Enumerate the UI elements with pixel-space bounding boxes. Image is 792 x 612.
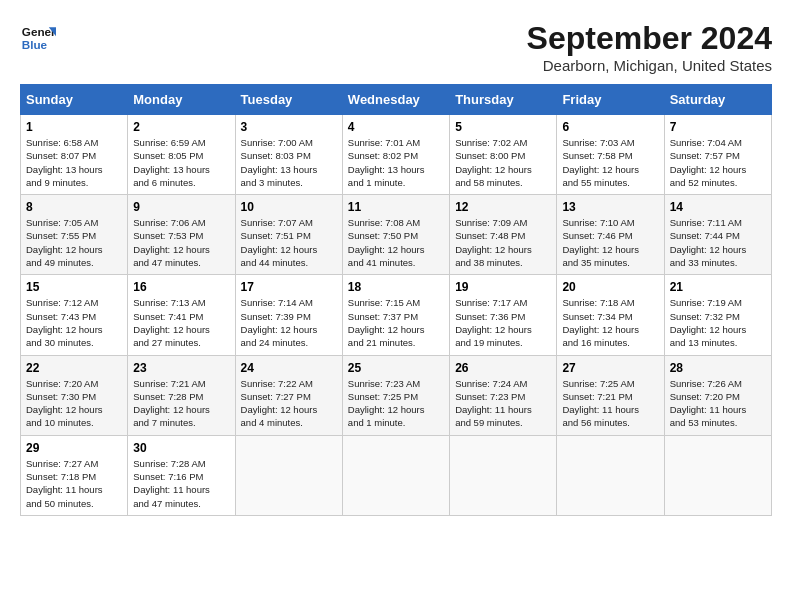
svg-text:General: General [22, 25, 56, 38]
day-number: 25 [348, 361, 444, 375]
column-header-monday: Monday [128, 85, 235, 115]
day-number: 23 [133, 361, 229, 375]
day-number: 14 [670, 200, 766, 214]
calendar-cell: 27Sunrise: 7:25 AM Sunset: 7:21 PM Dayli… [557, 355, 664, 435]
calendar-cell [342, 435, 449, 515]
calendar-cell: 22Sunrise: 7:20 AM Sunset: 7:30 PM Dayli… [21, 355, 128, 435]
day-info: Sunrise: 7:20 AM Sunset: 7:30 PM Dayligh… [26, 377, 122, 430]
day-info: Sunrise: 7:14 AM Sunset: 7:39 PM Dayligh… [241, 296, 337, 349]
day-number: 9 [133, 200, 229, 214]
calendar-cell: 24Sunrise: 7:22 AM Sunset: 7:27 PM Dayli… [235, 355, 342, 435]
calendar-cell: 29Sunrise: 7:27 AM Sunset: 7:18 PM Dayli… [21, 435, 128, 515]
logo: General Blue [20, 20, 56, 56]
day-number: 18 [348, 280, 444, 294]
day-info: Sunrise: 7:02 AM Sunset: 8:00 PM Dayligh… [455, 136, 551, 189]
page-header: General Blue September 2024 Dearborn, Mi… [20, 20, 772, 74]
calendar-cell: 9Sunrise: 7:06 AM Sunset: 7:53 PM Daylig… [128, 195, 235, 275]
day-number: 10 [241, 200, 337, 214]
day-number: 4 [348, 120, 444, 134]
calendar-table: SundayMondayTuesdayWednesdayThursdayFrid… [20, 84, 772, 516]
day-number: 2 [133, 120, 229, 134]
day-info: Sunrise: 7:10 AM Sunset: 7:46 PM Dayligh… [562, 216, 658, 269]
logo-icon: General Blue [20, 20, 56, 56]
day-number: 19 [455, 280, 551, 294]
day-number: 8 [26, 200, 122, 214]
day-info: Sunrise: 7:07 AM Sunset: 7:51 PM Dayligh… [241, 216, 337, 269]
calendar-title: September 2024 [527, 20, 772, 57]
calendar-week-row: 22Sunrise: 7:20 AM Sunset: 7:30 PM Dayli… [21, 355, 772, 435]
day-info: Sunrise: 7:00 AM Sunset: 8:03 PM Dayligh… [241, 136, 337, 189]
calendar-cell: 10Sunrise: 7:07 AM Sunset: 7:51 PM Dayli… [235, 195, 342, 275]
column-header-sunday: Sunday [21, 85, 128, 115]
day-info: Sunrise: 7:23 AM Sunset: 7:25 PM Dayligh… [348, 377, 444, 430]
calendar-cell: 5Sunrise: 7:02 AM Sunset: 8:00 PM Daylig… [450, 115, 557, 195]
day-info: Sunrise: 7:17 AM Sunset: 7:36 PM Dayligh… [455, 296, 551, 349]
day-info: Sunrise: 7:05 AM Sunset: 7:55 PM Dayligh… [26, 216, 122, 269]
calendar-cell [450, 435, 557, 515]
column-header-tuesday: Tuesday [235, 85, 342, 115]
calendar-cell: 4Sunrise: 7:01 AM Sunset: 8:02 PM Daylig… [342, 115, 449, 195]
day-info: Sunrise: 7:28 AM Sunset: 7:16 PM Dayligh… [133, 457, 229, 510]
calendar-cell: 23Sunrise: 7:21 AM Sunset: 7:28 PM Dayli… [128, 355, 235, 435]
calendar-cell [664, 435, 771, 515]
day-number: 29 [26, 441, 122, 455]
title-area: September 2024 Dearborn, Michigan, Unite… [527, 20, 772, 74]
calendar-cell: 1Sunrise: 6:58 AM Sunset: 8:07 PM Daylig… [21, 115, 128, 195]
calendar-cell: 3Sunrise: 7:00 AM Sunset: 8:03 PM Daylig… [235, 115, 342, 195]
calendar-cell [557, 435, 664, 515]
day-info: Sunrise: 7:26 AM Sunset: 7:20 PM Dayligh… [670, 377, 766, 430]
calendar-cell: 21Sunrise: 7:19 AM Sunset: 7:32 PM Dayli… [664, 275, 771, 355]
day-number: 15 [26, 280, 122, 294]
calendar-cell: 18Sunrise: 7:15 AM Sunset: 7:37 PM Dayli… [342, 275, 449, 355]
day-number: 7 [670, 120, 766, 134]
day-info: Sunrise: 7:01 AM Sunset: 8:02 PM Dayligh… [348, 136, 444, 189]
calendar-cell: 2Sunrise: 6:59 AM Sunset: 8:05 PM Daylig… [128, 115, 235, 195]
day-number: 24 [241, 361, 337, 375]
column-header-wednesday: Wednesday [342, 85, 449, 115]
day-info: Sunrise: 7:19 AM Sunset: 7:32 PM Dayligh… [670, 296, 766, 349]
day-info: Sunrise: 7:21 AM Sunset: 7:28 PM Dayligh… [133, 377, 229, 430]
calendar-cell: 6Sunrise: 7:03 AM Sunset: 7:58 PM Daylig… [557, 115, 664, 195]
day-info: Sunrise: 7:03 AM Sunset: 7:58 PM Dayligh… [562, 136, 658, 189]
day-info: Sunrise: 7:11 AM Sunset: 7:44 PM Dayligh… [670, 216, 766, 269]
day-number: 12 [455, 200, 551, 214]
day-number: 27 [562, 361, 658, 375]
calendar-week-row: 8Sunrise: 7:05 AM Sunset: 7:55 PM Daylig… [21, 195, 772, 275]
calendar-week-row: 1Sunrise: 6:58 AM Sunset: 8:07 PM Daylig… [21, 115, 772, 195]
day-number: 20 [562, 280, 658, 294]
day-info: Sunrise: 7:09 AM Sunset: 7:48 PM Dayligh… [455, 216, 551, 269]
day-info: Sunrise: 7:27 AM Sunset: 7:18 PM Dayligh… [26, 457, 122, 510]
day-info: Sunrise: 6:58 AM Sunset: 8:07 PM Dayligh… [26, 136, 122, 189]
day-info: Sunrise: 7:04 AM Sunset: 7:57 PM Dayligh… [670, 136, 766, 189]
day-info: Sunrise: 7:06 AM Sunset: 7:53 PM Dayligh… [133, 216, 229, 269]
calendar-cell: 7Sunrise: 7:04 AM Sunset: 7:57 PM Daylig… [664, 115, 771, 195]
calendar-cell: 17Sunrise: 7:14 AM Sunset: 7:39 PM Dayli… [235, 275, 342, 355]
day-number: 28 [670, 361, 766, 375]
svg-text:Blue: Blue [22, 38, 48, 51]
day-info: Sunrise: 6:59 AM Sunset: 8:05 PM Dayligh… [133, 136, 229, 189]
calendar-cell: 26Sunrise: 7:24 AM Sunset: 7:23 PM Dayli… [450, 355, 557, 435]
column-header-friday: Friday [557, 85, 664, 115]
day-number: 21 [670, 280, 766, 294]
column-header-thursday: Thursday [450, 85, 557, 115]
day-info: Sunrise: 7:15 AM Sunset: 7:37 PM Dayligh… [348, 296, 444, 349]
day-number: 1 [26, 120, 122, 134]
day-number: 13 [562, 200, 658, 214]
day-number: 5 [455, 120, 551, 134]
calendar-cell: 12Sunrise: 7:09 AM Sunset: 7:48 PM Dayli… [450, 195, 557, 275]
day-number: 16 [133, 280, 229, 294]
day-info: Sunrise: 7:25 AM Sunset: 7:21 PM Dayligh… [562, 377, 658, 430]
calendar-cell: 19Sunrise: 7:17 AM Sunset: 7:36 PM Dayli… [450, 275, 557, 355]
day-number: 26 [455, 361, 551, 375]
calendar-cell: 16Sunrise: 7:13 AM Sunset: 7:41 PM Dayli… [128, 275, 235, 355]
calendar-cell: 8Sunrise: 7:05 AM Sunset: 7:55 PM Daylig… [21, 195, 128, 275]
day-number: 11 [348, 200, 444, 214]
calendar-cell: 14Sunrise: 7:11 AM Sunset: 7:44 PM Dayli… [664, 195, 771, 275]
day-number: 3 [241, 120, 337, 134]
calendar-cell: 15Sunrise: 7:12 AM Sunset: 7:43 PM Dayli… [21, 275, 128, 355]
calendar-cell: 20Sunrise: 7:18 AM Sunset: 7:34 PM Dayli… [557, 275, 664, 355]
calendar-cell: 30Sunrise: 7:28 AM Sunset: 7:16 PM Dayli… [128, 435, 235, 515]
calendar-subtitle: Dearborn, Michigan, United States [527, 57, 772, 74]
calendar-cell: 25Sunrise: 7:23 AM Sunset: 7:25 PM Dayli… [342, 355, 449, 435]
calendar-cell [235, 435, 342, 515]
